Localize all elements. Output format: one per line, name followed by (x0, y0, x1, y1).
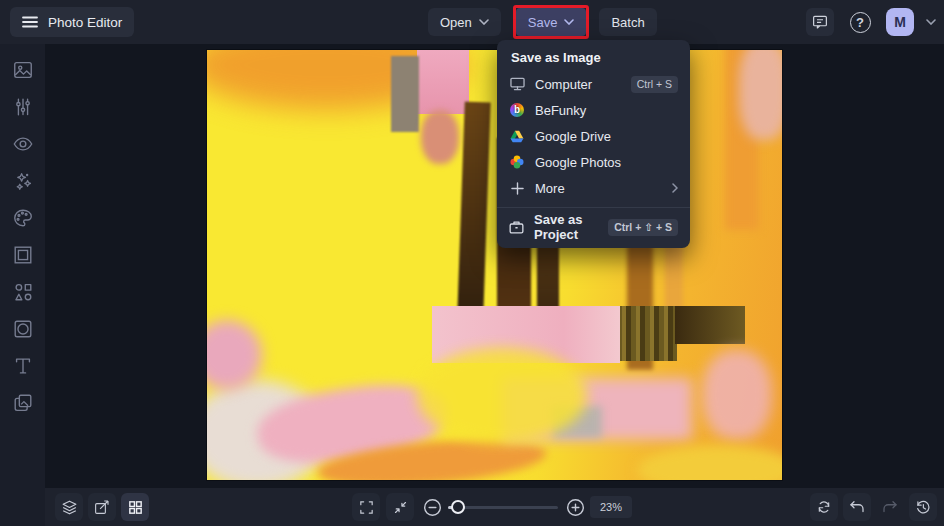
eye-icon (12, 133, 34, 155)
batch-button[interactable]: Batch (599, 8, 656, 36)
refresh-button[interactable] (810, 493, 838, 521)
plus-icon (509, 182, 525, 195)
layers-icon (60, 498, 79, 517)
zoom-in-button[interactable] (561, 493, 589, 521)
avatar[interactable]: M (886, 8, 914, 36)
save-button-label: Save (528, 15, 558, 30)
batch-button-label: Batch (611, 15, 644, 30)
history-button[interactable] (909, 493, 937, 521)
grid-icon (127, 499, 144, 516)
menu-item-save-as-project[interactable]: Save as Project Ctrl + ⇧ + S (497, 214, 690, 240)
sidebar-item-edit[interactable] (12, 59, 34, 81)
save-annotation-highlight: Save (513, 5, 590, 39)
sliders-icon (12, 96, 34, 118)
paint-feature (617, 306, 677, 361)
sidebar-item-touch-up[interactable] (12, 133, 34, 155)
paint-feature (637, 445, 782, 480)
sidebar-item-adjust[interactable] (12, 96, 34, 118)
menu-item-befunky[interactable]: b BeFunky (497, 97, 690, 123)
redo-button[interactable] (876, 493, 904, 521)
shortcut-badge: Ctrl + ⇧ + S (608, 219, 678, 236)
save-button[interactable]: Save (516, 8, 587, 36)
image-manager-button[interactable] (121, 493, 149, 521)
paint-feature (457, 102, 490, 317)
menu-item-computer[interactable]: Computer Ctrl + S (497, 71, 690, 97)
zoom-percent-badge[interactable]: 23% (590, 496, 632, 518)
menu-item-label: BeFunky (535, 103, 586, 118)
feedback-button[interactable] (806, 8, 834, 36)
menu-item-label: More (535, 181, 565, 196)
undo-icon (848, 498, 866, 516)
sync-icon (815, 498, 833, 516)
topbar-right-group: ? M (806, 8, 936, 36)
avatar-initial: M (894, 14, 906, 30)
layers-button[interactable] (55, 493, 83, 521)
sparkles-icon (12, 170, 34, 192)
open-button[interactable]: Open (428, 8, 501, 36)
canvas-image[interactable] (207, 50, 782, 480)
shapes-icon (12, 281, 34, 303)
menu-divider (497, 207, 690, 208)
zoom-slider[interactable] (448, 506, 558, 509)
bottom-bar: 23% (45, 488, 944, 526)
sidebar-item-effects[interactable] (12, 170, 34, 192)
briefcase-icon (509, 220, 524, 234)
save-menu-header: Save as Image (497, 40, 690, 71)
fit-to-screen-button[interactable] (386, 493, 414, 521)
chevron-down-icon (564, 19, 574, 25)
paint-feature (675, 306, 745, 344)
sidebar-item-graphics[interactable] (12, 281, 34, 303)
resize-button[interactable] (88, 493, 116, 521)
plus-circle-icon (566, 498, 585, 517)
menu-item-google-drive[interactable]: Google Drive (497, 123, 690, 149)
tools-sidebar (0, 44, 45, 526)
menu-item-label: Save as Project (534, 212, 598, 242)
main-menu-button[interactable]: Photo Editor (10, 7, 134, 37)
save-dropdown-menu: Save as Image Computer Ctrl + S b BeFunk… (497, 40, 690, 248)
sidebar-item-textures[interactable] (12, 392, 34, 414)
paint-feature (702, 350, 772, 440)
undo-button[interactable] (843, 493, 871, 521)
shortcut-badge: Ctrl + S (631, 76, 678, 93)
top-bar: Photo Editor Open Save Batch (0, 0, 944, 44)
paint-feature (421, 110, 459, 164)
computer-icon (509, 77, 525, 91)
history-clock-icon (914, 498, 932, 516)
expand-icon (358, 499, 375, 516)
zoom-out-button[interactable] (418, 493, 446, 521)
menu-item-label: Google Drive (535, 129, 611, 144)
hamburger-icon (22, 16, 38, 28)
sidebar-item-frames[interactable] (12, 244, 34, 266)
sidebar-item-overlays[interactable] (12, 318, 34, 340)
account-chevron-down-icon[interactable] (926, 19, 936, 25)
befunky-logo-icon: b (509, 103, 525, 117)
sidebar-item-artsy[interactable] (12, 207, 34, 229)
topbar-center-group: Open Save Batch (428, 5, 657, 39)
paint-feature (391, 56, 419, 132)
photo-editor-app: Photo Editor Open Save Batch (0, 0, 944, 526)
menu-item-label: Computer (535, 77, 592, 92)
resize-icon (93, 498, 111, 516)
google-photos-icon (509, 155, 525, 169)
menu-item-label: Google Photos (535, 155, 621, 170)
layered-images-icon (12, 392, 34, 414)
help-icon: ? (850, 12, 871, 33)
google-drive-icon (509, 130, 525, 143)
paint-feature (739, 50, 782, 140)
open-button-label: Open (440, 15, 472, 30)
zoom-slider-handle[interactable] (451, 500, 465, 514)
sidebar-item-text[interactable] (12, 355, 34, 377)
fullscreen-button[interactable] (352, 493, 380, 521)
app-title: Photo Editor (48, 15, 122, 30)
chevron-right-icon (672, 183, 678, 193)
palette-icon (12, 207, 34, 229)
paint-feature (417, 348, 587, 443)
redo-icon (881, 498, 899, 516)
menu-item-more[interactable]: More (497, 175, 690, 201)
collapse-icon (392, 499, 409, 516)
chevron-down-icon (479, 19, 489, 25)
help-button[interactable]: ? (846, 8, 874, 36)
photo-icon (12, 59, 34, 81)
menu-item-google-photos[interactable]: Google Photos (497, 149, 690, 175)
chat-bubble-icon (811, 13, 829, 31)
